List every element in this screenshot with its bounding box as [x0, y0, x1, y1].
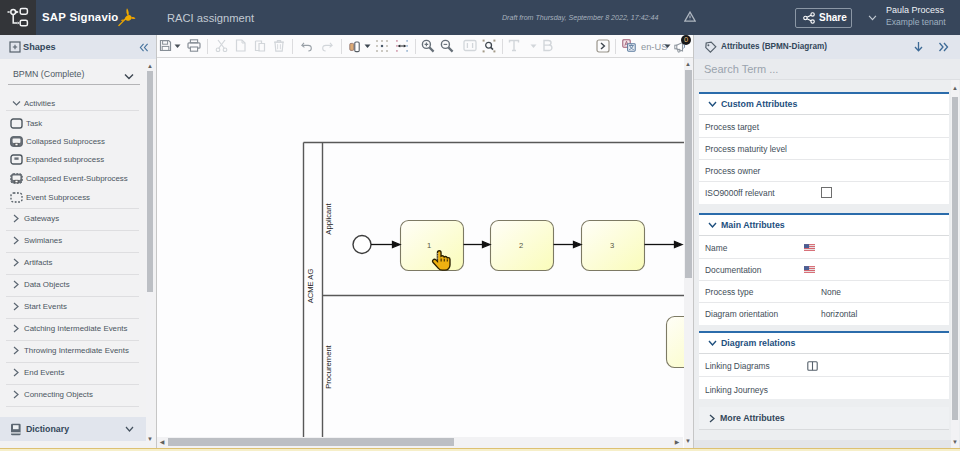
svg-text:Applicant: Applicant — [324, 202, 333, 234]
svg-text:2: 2 — [519, 241, 523, 250]
svg-text:1: 1 — [427, 241, 431, 250]
svg-text:3: 3 — [610, 241, 614, 250]
svg-text:Procurement: Procurement — [324, 344, 333, 388]
svg-text:ACME AG: ACME AG — [306, 269, 315, 304]
